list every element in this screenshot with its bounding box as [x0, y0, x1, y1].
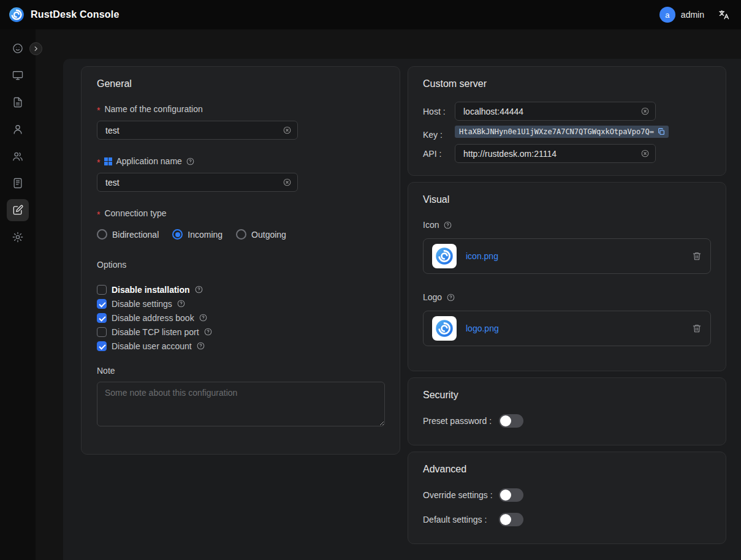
checkbox-label: Disable user account	[112, 341, 192, 351]
trash-icon[interactable]	[692, 324, 702, 333]
radio-control[interactable]	[172, 229, 183, 240]
app-name-input[interactable]	[104, 177, 278, 188]
logo-file-link[interactable]: logo.png	[466, 324, 499, 333]
security-card: Security Preset password :	[408, 377, 726, 445]
default-settings-label: Default settings :	[423, 515, 499, 524]
checkbox-disable-installation[interactable]: Disable installation	[97, 284, 384, 295]
checkbox-label: Disable address book	[112, 313, 194, 323]
key-row: Key : HtaXBkJNHyn0e1U1jWXze7A7CN7QTGWqxk…	[423, 126, 711, 144]
sidebar-item-logs[interactable]	[7, 172, 29, 194]
rustdesk-logo-icon	[435, 247, 454, 265]
clear-circle-icon[interactable]	[283, 126, 292, 135]
clear-circle-icon[interactable]	[640, 107, 650, 116]
advanced-card: Advanced Override settings : Default set…	[408, 452, 726, 544]
user-name: admin	[681, 10, 704, 20]
preset-password-toggle[interactable]	[499, 414, 523, 428]
name-label-text: Name of the configuration	[104, 104, 202, 115]
copy-icon[interactable]	[657, 127, 666, 136]
clear-circle-icon[interactable]	[283, 178, 292, 187]
override-settings-row: Override settings :	[423, 488, 711, 502]
help-icon[interactable]	[203, 327, 213, 336]
help-icon[interactable]	[186, 157, 195, 166]
icon-label: Icon	[423, 220, 711, 230]
connection-type-group: Bidirectional Incoming Outgoing	[97, 229, 384, 240]
logo-thumbnail	[432, 316, 457, 341]
trash-icon[interactable]	[692, 251, 702, 261]
radio-bidirectional[interactable]: Bidirectional	[97, 229, 159, 240]
checkbox-disable-settings[interactable]: Disable settings	[97, 298, 384, 309]
windows-icon	[104, 157, 112, 165]
sidebar-item-custom-clients[interactable]	[7, 199, 29, 221]
help-icon[interactable]	[446, 293, 455, 302]
radio-label: Incoming	[188, 230, 222, 240]
smiley-icon	[12, 42, 24, 55]
radio-incoming[interactable]: Incoming	[172, 229, 222, 240]
default-settings-toggle[interactable]	[499, 513, 523, 526]
custom-server-title: Custom server	[423, 78, 711, 89]
api-input-wrap	[455, 144, 656, 163]
sidebar-item-documents[interactable]	[7, 91, 29, 113]
avatar[interactable]: a	[659, 7, 675, 23]
help-icon[interactable]	[194, 285, 203, 294]
checkbox-control[interactable]	[97, 341, 107, 351]
key-label: Key :	[423, 130, 455, 140]
checkbox-label: Disable settings	[112, 299, 172, 309]
checkbox-disable-address-book[interactable]: Disable address book	[97, 312, 384, 323]
users-icon	[12, 150, 24, 162]
checkbox-disable-user-account[interactable]: Disable user account	[97, 341, 384, 351]
icon-label-text: Icon	[423, 220, 439, 230]
sidebar-item-groups[interactable]	[7, 145, 29, 167]
help-icon[interactable]	[177, 299, 186, 308]
language-button[interactable]	[718, 9, 730, 21]
host-label: Host :	[423, 107, 455, 116]
radio-outgoing[interactable]: Outgoing	[236, 229, 286, 240]
key-value-chip: HtaXBkJNHyn0e1U1jWXze7A7CN7QTGWqxkOtpaVp…	[455, 126, 669, 138]
note-textarea[interactable]	[97, 382, 385, 426]
user-menu[interactable]: a admin	[659, 7, 704, 23]
help-icon[interactable]	[443, 221, 452, 230]
journal-icon	[12, 177, 24, 189]
radio-label: Outgoing	[251, 230, 286, 240]
checkbox-control[interactable]	[97, 313, 107, 323]
help-icon[interactable]	[199, 313, 208, 322]
name-input[interactable]	[104, 125, 278, 136]
visual-card: Visual Icon icon.png	[408, 182, 726, 371]
logo-file-box: logo.png	[423, 311, 711, 346]
icon-file-link[interactable]: icon.png	[466, 251, 498, 261]
clear-circle-icon[interactable]	[640, 149, 650, 158]
override-settings-toggle[interactable]	[499, 488, 523, 502]
api-label: API :	[423, 149, 455, 159]
radio-control[interactable]	[236, 229, 246, 240]
sidebar-item-users[interactable]	[7, 118, 29, 140]
visual-title: Visual	[423, 194, 711, 205]
checkbox-label: Disable TCP listen port	[112, 327, 199, 337]
sidebar-item-status[interactable]	[7, 37, 29, 59]
host-input-wrap	[455, 102, 656, 121]
content-area: General * Name of the configuration * Ap…	[36, 29, 741, 560]
checkbox-control[interactable]	[97, 299, 107, 309]
topbar-right: a admin	[659, 7, 730, 23]
sidebar-expand-button[interactable]	[29, 42, 42, 55]
user-icon	[12, 123, 24, 135]
override-settings-label: Override settings :	[423, 490, 499, 500]
host-row: Host :	[423, 102, 711, 121]
app-name-label-text: Application name	[116, 156, 181, 167]
sidebar-item-settings[interactable]	[7, 226, 29, 248]
checkbox-label: Disable installation	[112, 285, 190, 295]
gear-icon	[12, 231, 24, 243]
sidebar-item-devices[interactable]	[7, 64, 29, 86]
checkbox-control[interactable]	[97, 327, 107, 337]
security-title: Security	[423, 389, 711, 401]
radio-control[interactable]	[97, 229, 107, 240]
translate-icon	[718, 9, 730, 21]
default-settings-row: Default settings :	[423, 513, 711, 526]
help-icon[interactable]	[196, 341, 205, 350]
required-asterisk: *	[97, 210, 100, 220]
icon-file-box: icon.png	[423, 238, 711, 274]
checkbox-control[interactable]	[97, 285, 107, 295]
host-input[interactable]	[462, 106, 636, 117]
app-title: RustDesk Console	[31, 9, 120, 20]
checkbox-disable-tcp-listen-port[interactable]: Disable TCP listen port	[97, 327, 384, 337]
right-column: Custom server Host : Key : HtaXBkJNHyn0e…	[408, 66, 726, 544]
api-input[interactable]	[462, 148, 636, 159]
